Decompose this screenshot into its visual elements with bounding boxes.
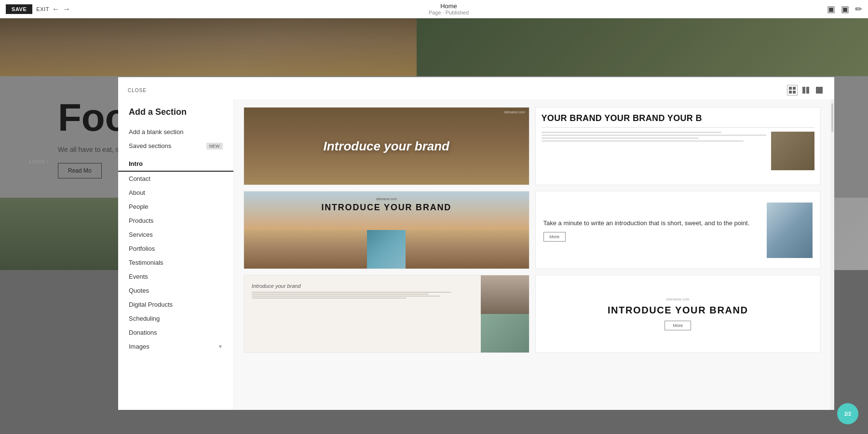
tmpl2-line-4 — [542, 140, 744, 142]
sidebar-item-saved[interactable]: Saved sections NEW — [118, 139, 233, 153]
sidebar-item-images[interactable]: Images ▼ — [118, 339, 233, 353]
template-card-2[interactable]: YOUR BRAND YOUR BRAND YOUR B — [535, 107, 821, 185]
tmpl5-image-bottom — [481, 314, 529, 353]
content-scrollbar — [830, 99, 834, 410]
sidebar-item-label: Products — [129, 217, 153, 224]
tmpl5-image-top — [481, 275, 529, 314]
scrollbar-thumb[interactable] — [831, 103, 833, 132]
svg-rect-4 — [802, 87, 805, 94]
sidebar-item-services[interactable]: Services — [118, 228, 233, 242]
templates-content-area: sitename.com Introduce your brand YOUR B… — [234, 99, 830, 410]
svg-rect-3 — [793, 91, 796, 94]
template-preview-6: sitename.com INTRODUCE YOUR BRAND More — [536, 275, 821, 353]
tmpl5-line-3 — [252, 296, 440, 297]
sidebar-item-events[interactable]: Events — [118, 270, 233, 284]
sidebar-item-label: Contact — [129, 175, 150, 182]
templates-grid: sitename.com Introduce your brand YOUR B… — [244, 107, 821, 353]
add-section-modal: CLOSE — [118, 77, 834, 410]
grid-small-icon[interactable] — [787, 85, 798, 95]
save-button[interactable]: SAVE — [6, 4, 32, 14]
sidebar-item-digital-products[interactable]: Digital Products — [118, 298, 233, 312]
grid-large-icon[interactable] — [800, 85, 811, 95]
tmpl4-body-text: Take a minute to write an introduction t… — [543, 218, 761, 228]
template-card-6[interactable]: sitename.com INTRODUCE YOUR BRAND More — [535, 275, 821, 353]
svg-rect-0 — [789, 87, 792, 90]
tmpl5-right — [481, 275, 529, 353]
template-card-1[interactable]: sitename.com Introduce your brand — [244, 107, 529, 185]
tmpl4-button: More — [543, 232, 566, 242]
redo-button[interactable]: → — [63, 5, 70, 14]
sidebar-item-label: Intro — [129, 160, 143, 167]
template-preview-1: sitename.com Introduce your brand — [244, 108, 529, 185]
desktop-view-button[interactable]: ▣ — [827, 4, 835, 14]
sidebar-item-label: Services — [129, 231, 153, 238]
tmpl2-image — [771, 132, 814, 170]
template-preview-5: Introduce your brand — [244, 275, 529, 353]
tmpl4-image — [767, 203, 813, 258]
tmpl2-line-2 — [542, 135, 767, 136]
toolbar: SAVE EXIT ← → Home Page · Published ▣ ▣ … — [0, 0, 868, 18]
undo-button[interactable]: ← — [52, 5, 60, 14]
sidebar-item-label: Saved sections — [129, 142, 171, 149]
new-badge: NEW — [206, 143, 223, 149]
page-status: Page · Published — [70, 10, 827, 15]
tmpl2-line-3 — [542, 137, 699, 139]
chevron-down-icon: ▼ — [218, 344, 223, 349]
template-preview-2: YOUR BRAND YOUR BRAND YOUR B — [536, 108, 821, 185]
sidebar-item-label: Portfolios — [129, 245, 155, 252]
modal-header: CLOSE — [118, 77, 834, 99]
tmpl6-button: More — [665, 321, 691, 330]
tmpl5-left: Introduce your brand — [244, 275, 481, 353]
sidebar-title: Add a Section — [118, 107, 233, 125]
modal-close-button[interactable]: CLOSE — [128, 88, 147, 93]
single-col-icon[interactable] — [814, 85, 825, 95]
tmpl4-text: Take a minute to write an introduction t… — [543, 218, 761, 242]
sidebar-item-label: Images — [129, 343, 149, 350]
tmpl2-divider — [542, 127, 815, 128]
svg-rect-6 — [816, 87, 823, 94]
tmpl2-headline: YOUR BRAND YOUR BRAND YOUR B — [542, 113, 815, 123]
sidebar-item-add-blank[interactable]: Add a blank section — [118, 125, 233, 139]
tmpl5-line-1 — [252, 292, 451, 293]
tmpl5-line-2 — [252, 294, 429, 295]
tmpl5-intro-text: Introduce your brand — [252, 283, 473, 289]
svg-rect-1 — [793, 87, 796, 90]
sidebar-item-label: Add a blank section — [129, 128, 183, 136]
sidebar-item-contact[interactable]: Contact — [118, 172, 233, 186]
tablet-view-button[interactable]: ▣ — [841, 4, 849, 14]
sidebar-item-portfolios[interactable]: Portfolios — [118, 242, 233, 256]
tmpl1-headline: Introduce your brand — [324, 139, 449, 154]
tmpl2-body — [542, 132, 815, 170]
sidebar-item-label: Donations — [129, 329, 157, 336]
template-preview-4: Take a minute to write an introduction t… — [536, 191, 821, 269]
toolbar-right: ▣ ▣ ✏ — [827, 4, 862, 14]
page-indicator-badge[interactable]: 2/2 — [837, 403, 858, 424]
template-preview-3: sitename.com INTRODUCE YOUR BRAND — [244, 191, 529, 269]
svg-rect-5 — [806, 87, 809, 94]
sidebar-item-testimonials[interactable]: Testimonials — [118, 256, 233, 270]
svg-rect-2 — [789, 91, 792, 94]
view-toggle-group — [787, 85, 825, 95]
sidebar-item-quotes[interactable]: Quotes — [118, 284, 233, 298]
template-card-5[interactable]: Introduce your brand — [244, 275, 529, 353]
template-card-4[interactable]: Take a minute to write an introduction t… — [535, 191, 821, 269]
sidebar-item-about[interactable]: About — [118, 186, 233, 200]
sidebar-item-people[interactable]: People — [118, 200, 233, 214]
tmpl6-site-name: sitename.com — [666, 298, 690, 301]
sidebar-item-label: Quotes — [129, 287, 149, 294]
toolbar-center: Home Page · Published — [70, 2, 827, 15]
sidebar-divider — [118, 153, 233, 157]
tmpl2-line-1 — [542, 132, 721, 133]
sidebar-item-donations[interactable]: Donations — [118, 326, 233, 339]
template-card-3[interactable]: sitename.com INTRODUCE YOUR BRAND — [244, 191, 529, 269]
sidebar-item-scheduling[interactable]: Scheduling — [118, 312, 233, 326]
exit-button[interactable]: EXIT — [36, 6, 49, 12]
sidebar-item-products[interactable]: Products — [118, 214, 233, 228]
tmpl1-site-name: sitename.com — [504, 110, 525, 114]
tmpl5-line-4 — [252, 298, 407, 298]
tmpl5-lines — [252, 292, 473, 298]
page-title: Home — [70, 2, 827, 10]
sidebar-item-label: People — [129, 203, 148, 210]
pencil-icon[interactable]: ✏ — [855, 4, 862, 14]
sidebar-item-intro[interactable]: Intro — [118, 157, 233, 172]
